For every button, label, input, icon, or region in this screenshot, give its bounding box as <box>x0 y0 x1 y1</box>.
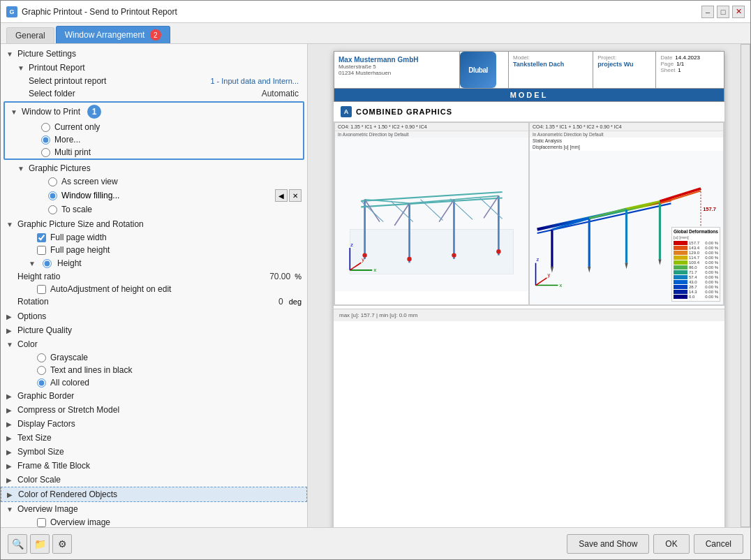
legend-color-swatch <box>674 290 687 294</box>
graphics-container: CO4: 1.35 * IC1 + 1.50 * IC2 + 0.90 * IC… <box>334 121 724 306</box>
checkbox-autoadjust[interactable] <box>37 285 46 294</box>
legend-pct: 0.00 % <box>705 280 718 284</box>
svg-text:z: z <box>350 242 353 248</box>
folder-tool-button[interactable]: 📁 <box>30 534 50 554</box>
checkbox-full-height[interactable] <box>37 246 46 255</box>
header-section: MODEL <box>510 91 549 99</box>
bottom-bar: 🔍 📁 ⚙ Save and Show OK Cancel <box>1 527 750 559</box>
legend-value: 100.4 <box>689 260 699 265</box>
section-text-size[interactable]: ▶ Text Size <box>1 431 307 445</box>
legend-color-swatch <box>674 280 687 284</box>
section-graphic-border[interactable]: ▶ Graphic Border <box>1 389 307 403</box>
graphic-cell-right: CO4: 1.35 * IC1 + 1.50 * IC2 + 0.90 * IC… <box>529 122 724 305</box>
section-color-scale[interactable]: ▶ Color Scale <box>1 473 307 487</box>
window-title: Graphic Printout - Send to Printout Repo… <box>22 7 697 17</box>
close-button[interactable]: ✕ <box>732 6 745 18</box>
bottom-right-buttons: Save and Show OK Cancel <box>567 534 743 554</box>
preview-scroll[interactable]: Max Mustermann GmbH Musterstraße 5 01234… <box>308 44 750 527</box>
search-tool-button[interactable]: 🔍 <box>8 534 27 554</box>
company-name: Max Mustermann GmbH <box>339 56 455 64</box>
radio-text-lines-row: Text and lines in black <box>12 364 307 376</box>
graphic-pictures-items: As screen view Window filling... ◀ ✕ To … <box>12 175 307 216</box>
legend-pct: 0.00 % <box>705 285 718 289</box>
save-and-show-button[interactable]: Save and Show <box>567 534 649 554</box>
legend-title: Global Deformations <box>674 229 718 234</box>
select-printout-row: Select printout report 1 - Input data an… <box>23 75 307 87</box>
checkbox-full-width-row: Full page width <box>12 231 307 244</box>
section-title-bar: A COMBINED GRAPHICS <box>334 102 724 121</box>
radio-height[interactable] <box>43 259 52 268</box>
legend-pct: 0.00 % <box>705 251 718 255</box>
title-bar: G Graphic Printout - Send to Printout Re… <box>1 1 750 23</box>
radio-grayscale[interactable] <box>37 353 46 362</box>
prev-btn[interactable]: ◀ <box>275 189 288 202</box>
section-picture-settings[interactable]: ▼ Picture Settings <box>1 47 307 61</box>
radio-current-only[interactable] <box>41 123 50 132</box>
printout-report-items: Select printout report 1 - Input data an… <box>12 75 307 100</box>
settings-tool-button[interactable]: ⚙ <box>52 534 72 554</box>
next-btn[interactable]: ✕ <box>289 189 302 202</box>
tab-window-arrangement[interactable]: Window Arrangement 2 <box>56 26 170 43</box>
maximize-button[interactable]: □ <box>717 6 729 18</box>
radio-window-filling[interactable] <box>48 191 57 200</box>
preview-header: Max Mustermann GmbH Musterstraße 5 01234… <box>334 51 724 102</box>
sheet-label: Sheet <box>660 67 675 73</box>
checkbox-full-height-row: Full page height <box>12 244 307 256</box>
radio-multi-print-row: Multi print <box>16 146 303 159</box>
legend-row: 100.4 0.00 % <box>674 260 718 265</box>
tab-badge: 2 <box>150 29 161 40</box>
radio-all-colored[interactable] <box>37 378 46 388</box>
legend-row: 43.0 0.00 % <box>674 280 718 284</box>
app-icon: G <box>6 6 17 17</box>
svg-text:y: y <box>548 272 551 278</box>
section-options[interactable]: ▶ Options <box>1 309 307 323</box>
radio-grayscale-row: Grayscale <box>12 351 307 364</box>
section-graphic-pictures[interactable]: ▼ Graphic Pictures <box>12 161 307 175</box>
legend-color-swatch <box>674 241 687 245</box>
svg-point-17 <box>496 249 500 253</box>
section-height[interactable]: ▼ Height <box>12 256 307 270</box>
expand-icon: ▼ <box>6 50 15 58</box>
checkbox-overview-image[interactable] <box>37 518 46 527</box>
radio-more[interactable] <box>41 135 50 145</box>
legend-row: 71.7 0.00 % <box>674 270 718 274</box>
date-label: Date <box>660 54 672 61</box>
tab-general[interactable]: General <box>6 27 54 43</box>
minimize-button[interactable]: – <box>701 6 714 18</box>
legend-color-swatch <box>674 285 687 289</box>
structure-svg-1: x z y <box>335 138 528 291</box>
section-display-factors[interactable]: ▶ Display Factors <box>1 417 307 431</box>
section-window-to-print[interactable]: ▼ Window to Print 1 <box>5 103 303 121</box>
section-symbol-size[interactable]: ▶ Symbol Size <box>1 445 307 459</box>
svg-text:z: z <box>537 256 540 263</box>
checkbox-autoadjust-row: AutoAdjustment of height on edit <box>12 283 307 295</box>
section-color-rendered[interactable]: ▶ Color of Rendered Objects <box>1 487 307 502</box>
color-items: Grayscale Text and lines in black All co… <box>1 351 307 389</box>
section-gfx-size[interactable]: ▼ Graphic Picture Size and Rotation <box>1 217 307 231</box>
cancel-button[interactable]: Cancel <box>694 534 743 554</box>
folder-icon: 📁 <box>34 538 46 550</box>
section-color[interactable]: ▼ Color <box>1 337 307 351</box>
legend-unit: [u] [mm] <box>674 235 718 240</box>
section-frame-title[interactable]: ▶ Frame & Title Block <box>1 459 307 473</box>
legend-pct: 0.00 % <box>705 265 718 270</box>
radio-screen-view[interactable] <box>48 177 57 186</box>
sheet-value: 1 <box>678 67 681 73</box>
preview-page: Max Mustermann GmbH Musterstraße 5 01234… <box>334 51 724 527</box>
section-compress-stretch[interactable]: ▶ Compress or Stretch Model <box>1 403 307 417</box>
section-printout-report[interactable]: ▼ Printout Report <box>12 61 307 75</box>
radio-multi-print[interactable] <box>41 148 50 157</box>
radio-text-lines[interactable] <box>37 366 46 375</box>
legend-row: 86.0 0.00 % <box>674 265 718 270</box>
legend-row: 28.7 0.00 % <box>674 285 718 289</box>
dlubal-logo: Dlubal <box>460 52 496 88</box>
section-picture-quality[interactable]: ▶ Picture Quality <box>1 323 307 337</box>
radio-to-scale[interactable] <box>48 205 57 214</box>
checkbox-full-width[interactable] <box>37 233 46 242</box>
tabs-bar: General Window Arrangement 2 <box>1 23 750 44</box>
legend-value: 14.3 <box>689 290 697 294</box>
ok-button[interactable]: OK <box>653 534 689 554</box>
section-overview-image[interactable]: ▼ Overview Image <box>1 502 307 516</box>
legend-value: 86.0 <box>689 265 697 270</box>
search-icon: 🔍 <box>12 538 24 550</box>
